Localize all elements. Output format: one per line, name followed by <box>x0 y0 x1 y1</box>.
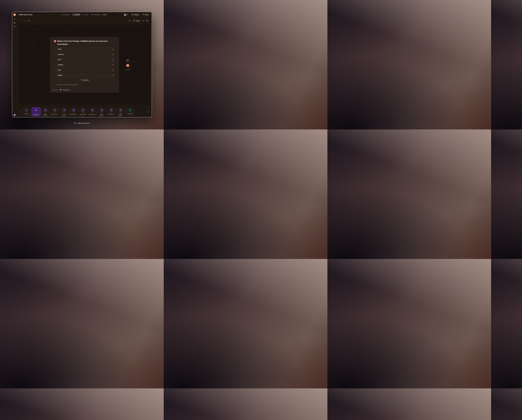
page-title: Which creature... <box>117 114 125 116</box>
option-label: Eagles <box>58 74 62 76</box>
mobile-preview-button[interactable] <box>27 20 30 22</box>
page-icon <box>110 109 113 112</box>
required-dot <box>69 44 69 45</box>
add-option-button[interactable]: Add Option <box>54 79 115 82</box>
users-icon <box>14 26 15 28</box>
option-checkbox[interactable] <box>55 75 57 76</box>
checkbox-check-icon <box>63 109 65 111</box>
tab-builder[interactable]: Builder <box>72 13 81 16</box>
next-question-button[interactable] <box>126 64 129 67</box>
question-text[interactable]: Which of the Free Peoples of Middle-eart… <box>57 40 115 46</box>
members-nav-button[interactable] <box>14 26 15 28</box>
previous-question-button[interactable] <box>126 59 129 62</box>
page-strip: Welcome 1. Which of the Fr... 2. Which l… <box>18 108 150 116</box>
page-title: What do you... <box>51 114 58 115</box>
option-row[interactable]: Elves A <box>54 47 115 51</box>
option-row[interactable]: Eagles F <box>54 73 115 77</box>
page-thumbnail[interactable]: 8. Which artifacts... <box>98 108 106 116</box>
user-avatar[interactable] <box>13 113 16 116</box>
page-settings-button[interactable] <box>142 20 145 22</box>
page-thumbnail[interactable]: Final Page <box>126 108 134 116</box>
page-thumbnail[interactable]: 5. What aspects ... <box>69 108 78 116</box>
option-label: Dwarves <box>58 53 64 55</box>
history-clock-icon <box>129 20 130 22</box>
page-thumbnail[interactable]: 9. What themes... <box>107 108 115 116</box>
page-title: Welcome <box>24 113 29 114</box>
plus-icon <box>126 14 128 16</box>
page-icon <box>72 109 75 112</box>
option-key-badge: D <box>112 64 114 66</box>
workspace-logo[interactable]: MI <box>13 13 16 16</box>
option-row[interactable]: Dwarves B <box>54 52 115 56</box>
option-checkbox[interactable] <box>55 54 57 55</box>
rail-add-button[interactable] <box>13 18 16 20</box>
page-thumbnail[interactable]: 1. Which of the Fr... <box>32 108 40 116</box>
page-number: 6. <box>83 112 84 114</box>
gear-icon <box>143 20 145 22</box>
document-icon <box>26 109 27 111</box>
add-page-button[interactable] <box>18 111 21 113</box>
option-checkbox[interactable] <box>55 69 57 71</box>
theme-button[interactable]: Theme <box>132 19 141 22</box>
settings-button[interactable]: Settings <box>130 13 140 16</box>
page-thumbnail[interactable]: 6. Which battles o... <box>79 108 87 116</box>
bar-chart-icon <box>61 14 63 15</box>
options-list: Elves A Dwarves B Men C Hobbits D Ents E… <box>54 47 115 77</box>
option-row[interactable]: Hobbits D <box>54 63 115 67</box>
checkbox-check-icon <box>35 109 37 111</box>
redo-button[interactable] <box>24 20 26 22</box>
page-thumbnail[interactable]: 4. Which member... <box>60 108 69 116</box>
opt-out-row: I prefer not to answer this question <box>54 84 115 85</box>
page-thumbnail[interactable]: 10. Which creature... <box>116 108 125 116</box>
arc-logo-icon <box>74 122 76 124</box>
question-card[interactable]: 1 Which of the Free Peoples of Middle-ea… <box>50 37 119 93</box>
chevron-right-icon <box>148 111 150 113</box>
tab-summary[interactable]: Summary <box>61 13 71 16</box>
option-row[interactable]: Ents E <box>54 68 115 72</box>
checkbox-check-icon <box>54 109 56 111</box>
page-icon <box>129 109 131 112</box>
option-row[interactable]: Men C <box>54 58 115 61</box>
page-thumbnail[interactable]: 3. What do you... <box>51 108 59 116</box>
tab-flow[interactable]: Flow <box>82 13 89 16</box>
undo-button[interactable] <box>20 20 23 22</box>
builder-canvas: 1 Which of the Free Peoples of Middle-ea… <box>18 24 150 105</box>
page-title: What themes... <box>107 114 115 115</box>
page-icon <box>44 109 47 112</box>
checkbox-check-icon <box>82 109 84 111</box>
app-header: Middle Earth Survey Summary Builder <box>17 12 152 17</box>
page-number: 10. <box>120 112 121 114</box>
page-title: Which location... <box>42 114 49 116</box>
enter-key-icon <box>129 69 130 70</box>
delete-page-button[interactable] <box>146 20 148 22</box>
main-area: Middle Earth Survey Summary Builder <box>17 12 152 117</box>
option-checkbox[interactable] <box>55 59 57 60</box>
page-thumbnail[interactable]: Welcome <box>22 108 31 116</box>
flow-branch-icon <box>83 14 84 15</box>
page-number: 5. <box>73 112 74 114</box>
page-thumbnail[interactable]: 7. What qualities... <box>88 108 97 116</box>
tab-responses[interactable]: Responses 108 <box>90 13 108 17</box>
table-icon <box>91 14 93 15</box>
page-icon <box>82 109 84 112</box>
share-button[interactable]: Share <box>141 13 150 16</box>
analytics-nav-button[interactable] <box>14 22 15 24</box>
collaborator-avatar[interactable] <box>124 13 126 16</box>
header-actions: Settings Share <box>124 13 150 16</box>
option-checkbox[interactable] <box>55 48 57 50</box>
version-history-button[interactable] <box>128 20 131 22</box>
option-checkbox[interactable] <box>55 64 57 66</box>
scroll-pages-right-button[interactable] <box>147 111 150 113</box>
builder-toolbar: Theme <box>18 18 150 23</box>
page-thumbnail[interactable]: 2. Which location... <box>41 108 50 116</box>
plus-icon <box>14 18 15 20</box>
polyform-wordmark: Polyform <box>62 89 70 91</box>
sliders-icon <box>131 14 133 15</box>
pencil-icon <box>73 14 75 15</box>
wizard-avatar-image <box>124 13 126 16</box>
checkbox-check-icon <box>92 109 93 111</box>
opt-out-checkbox[interactable] <box>54 84 55 85</box>
option-key-badge: F <box>112 74 114 76</box>
page-number: 2. <box>45 112 46 114</box>
send-icon <box>143 14 144 15</box>
